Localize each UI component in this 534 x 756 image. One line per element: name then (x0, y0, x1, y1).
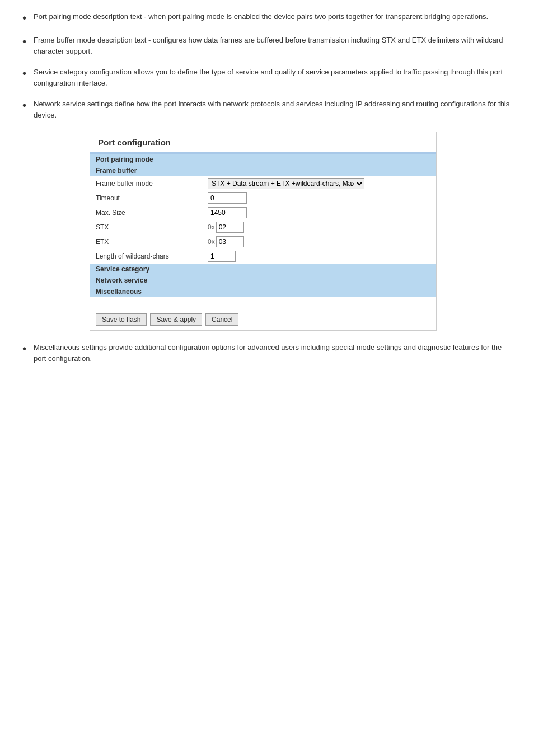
bullet-item-3: • Service category configuration allows … (22, 67, 512, 88)
label-max-size: Max. Size (90, 205, 202, 220)
port-config-panel: Port configuration Port pairing mode Fra… (90, 132, 437, 331)
section-service-category-label: Service category (90, 264, 436, 275)
bullet-text-4: Network service settings define how the … (34, 98, 512, 120)
row-max-size: Max. Size (90, 205, 436, 220)
port-config-title: Port configuration (90, 132, 436, 153)
button-row: Save to flash Save & apply Cancel (90, 309, 436, 330)
bullet-dot-1: • (22, 11, 28, 25)
label-frame-buffer-mode: Frame buffer mode (90, 176, 202, 191)
bullet-item-1: • Port pairing mode description text - w… (22, 11, 512, 25)
label-wildcard-length: Length of wildcard-chars (90, 249, 202, 264)
bullet-item-4: • Network service settings define how th… (22, 98, 512, 120)
save-apply-button[interactable]: Save & apply (150, 313, 202, 326)
etx-prefix: 0x (208, 238, 215, 246)
section-network-service-label: Network service (90, 275, 436, 286)
value-etx[interactable]: 0x (202, 234, 436, 249)
section-miscellaneous[interactable]: Miscellaneous (90, 286, 436, 297)
section-port-pairing[interactable]: Port pairing mode (90, 154, 436, 165)
bullet-item-2: • Frame buffer mode description text - c… (22, 35, 512, 57)
bullet-text-bottom-1: Miscellaneous settings provide additiona… (34, 342, 512, 364)
input-timeout[interactable] (208, 192, 247, 204)
bullet-dot-2: • (22, 35, 28, 48)
row-wildcard-length: Length of wildcard-chars (90, 249, 436, 264)
section-network-service[interactable]: Network service (90, 275, 436, 286)
input-etx[interactable] (216, 236, 244, 247)
top-bullets-section: • Port pairing mode description text - w… (22, 11, 512, 120)
cancel-button[interactable]: Cancel (205, 313, 238, 326)
input-wildcard-length[interactable] (208, 251, 236, 262)
value-max-size[interactable] (202, 205, 436, 220)
input-max-size[interactable] (208, 207, 247, 218)
value-frame-buffer-mode[interactable]: STX + Data stream + ETX +wildcard-chars,… (202, 176, 436, 191)
section-service-category[interactable]: Service category (90, 264, 436, 275)
config-table: Port pairing mode Frame buffer Frame buf… (90, 154, 436, 297)
label-etx: ETX (90, 234, 202, 249)
stx-prefix: 0x (208, 223, 215, 231)
row-timeout: Timeout (90, 191, 436, 205)
bullet-item-bottom-1: • Miscellaneous settings provide additio… (22, 342, 512, 364)
input-stx[interactable] (216, 222, 244, 233)
section-port-pairing-label: Port pairing mode (90, 154, 436, 165)
section-frame-buffer-label: Frame buffer (90, 165, 436, 176)
value-timeout[interactable] (202, 191, 436, 205)
save-flash-button[interactable]: Save to flash (96, 313, 147, 326)
value-stx[interactable]: 0x (202, 220, 436, 234)
bullet-dot-4: • (22, 98, 28, 112)
bullet-text-1: Port pairing mode description text - whe… (34, 11, 488, 22)
value-wildcard-length[interactable] (202, 249, 436, 264)
bullet-dot-3: • (22, 67, 28, 80)
label-stx: STX (90, 220, 202, 234)
row-etx: ETX 0x (90, 234, 436, 249)
bullet-text-2: Frame buffer mode description text - con… (34, 35, 512, 57)
row-frame-buffer-mode: Frame buffer mode STX + Data stream + ET… (90, 176, 436, 191)
bullet-text-3: Service category configuration allows yo… (34, 67, 512, 88)
label-timeout: Timeout (90, 191, 202, 205)
bottom-bullets-section: • Miscellaneous settings provide additio… (22, 342, 512, 364)
section-frame-buffer[interactable]: Frame buffer (90, 165, 436, 176)
select-frame-buffer-mode[interactable]: STX + Data stream + ETX +wildcard-chars,… (208, 178, 364, 189)
row-stx: STX 0x (90, 220, 436, 234)
section-miscellaneous-label: Miscellaneous (90, 286, 436, 297)
bullet-dot-bottom-1: • (22, 342, 28, 355)
